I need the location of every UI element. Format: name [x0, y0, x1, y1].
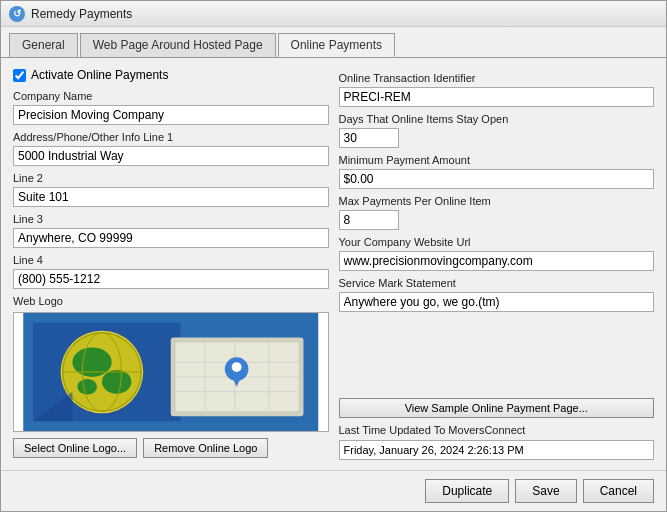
company-name-label: Company Name [13, 90, 329, 102]
transaction-id-input[interactable] [339, 87, 655, 107]
footer-buttons: Duplicate Save Cancel [1, 470, 666, 511]
left-column: Activate Online Payments Company Name Ad… [13, 68, 329, 460]
days-open-label: Days That Online Items Stay Open [339, 113, 655, 125]
activate-checkbox[interactable] [13, 69, 26, 82]
svg-point-4 [72, 347, 111, 377]
days-open-input[interactable] [339, 128, 399, 148]
window-title: Remedy Payments [31, 7, 132, 21]
line2-input[interactable] [13, 187, 329, 207]
service-mark-input[interactable] [339, 292, 655, 312]
tab-bar: General Web Page Around Hosted Page Onli… [1, 27, 666, 57]
web-logo-label: Web Logo [13, 295, 329, 307]
svg-point-6 [77, 379, 97, 395]
min-payment-label: Minimum Payment Amount [339, 154, 655, 166]
line4-input[interactable] [13, 269, 329, 289]
main-window: ↺ Remedy Payments General Web Page Aroun… [0, 0, 667, 512]
title-bar: ↺ Remedy Payments [1, 1, 666, 27]
transaction-id-label: Online Transaction Identifier [339, 72, 655, 84]
remove-logo-button[interactable]: Remove Online Logo [143, 438, 268, 458]
duplicate-button[interactable]: Duplicate [425, 479, 509, 503]
main-content-area: Activate Online Payments Company Name Ad… [13, 68, 654, 460]
activate-label: Activate Online Payments [31, 68, 168, 82]
tab-general[interactable]: General [9, 33, 78, 57]
line4-label: Line 4 [13, 254, 329, 266]
website-input[interactable] [339, 251, 655, 271]
service-mark-label: Service Mark Statement [339, 277, 655, 289]
cancel-button[interactable]: Cancel [583, 479, 654, 503]
company-name-input[interactable] [13, 105, 329, 125]
line2-label: Line 2 [13, 172, 329, 184]
select-logo-button[interactable]: Select Online Logo... [13, 438, 137, 458]
app-icon-letter: ↺ [13, 8, 21, 19]
svg-point-20 [232, 362, 242, 372]
tab-content: Activate Online Payments Company Name Ad… [1, 57, 666, 470]
tab-online-payments[interactable]: Online Payments [278, 33, 395, 57]
address-input[interactable] [13, 146, 329, 166]
max-payments-input[interactable] [339, 210, 399, 230]
right-bottom-area: View Sample Online Payment Page... Last … [339, 398, 655, 460]
tab-web-page[interactable]: Web Page Around Hosted Page [80, 33, 276, 57]
right-column: Online Transaction Identifier Days That … [339, 68, 655, 460]
logo-image-area [13, 312, 329, 432]
min-payment-input[interactable] [339, 169, 655, 189]
app-icon: ↺ [9, 6, 25, 22]
spacer [339, 314, 655, 396]
save-button[interactable]: Save [515, 479, 576, 503]
website-label: Your Company Website Url [339, 236, 655, 248]
activate-row: Activate Online Payments [13, 68, 329, 82]
svg-point-5 [102, 370, 131, 394]
logo-buttons-row: Select Online Logo... Remove Online Logo [13, 438, 329, 458]
line3-input[interactable] [13, 228, 329, 248]
address-label: Address/Phone/Other Info Line 1 [13, 131, 329, 143]
max-payments-label: Max Payments Per Online Item [339, 195, 655, 207]
last-updated-label: Last Time Updated To MoversConnect [339, 424, 655, 436]
view-sample-button[interactable]: View Sample Online Payment Page... [339, 398, 655, 418]
logo-svg [14, 313, 328, 431]
last-updated-input [339, 440, 655, 460]
line3-label: Line 3 [13, 213, 329, 225]
